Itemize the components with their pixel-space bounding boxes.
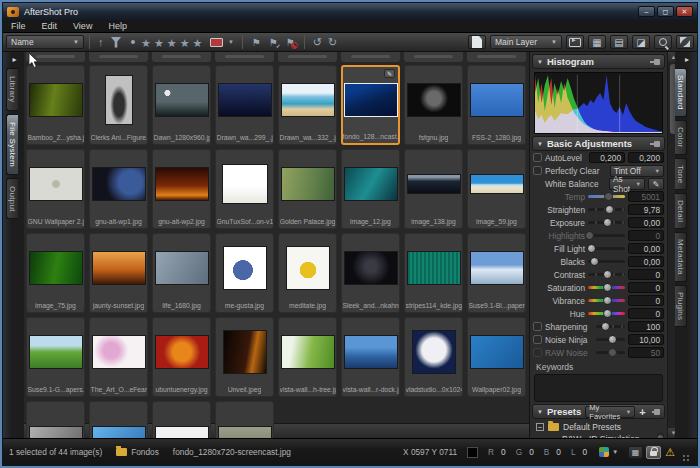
dual-monitor-button[interactable]: ▦ xyxy=(628,446,643,459)
thumbnail-cell-partial[interactable] xyxy=(404,52,463,62)
flag-pick-icon[interactable]: ⚑ xyxy=(252,37,261,48)
slider-handle[interactable] xyxy=(604,192,613,201)
tree-expander-icon[interactable]: – xyxy=(536,423,544,431)
thumbnail-cell[interactable]: ✎fondo_128...ncast.jpg xyxy=(341,65,400,145)
maximize-button[interactable]: ◻ xyxy=(657,6,674,17)
thumbnail-cell[interactable]: Clerks Ani...Figure.jpg xyxy=(89,65,148,145)
thumbnail-cell[interactable]: image_75.jpg xyxy=(26,233,85,313)
slider-handle[interactable] xyxy=(585,231,594,240)
sharpening-slider[interactable] xyxy=(596,325,625,328)
loupe-button[interactable] xyxy=(654,35,672,49)
thumbnail-cell-partial[interactable] xyxy=(26,401,85,438)
color-management-icon[interactable] xyxy=(599,447,609,457)
thumbnail-cell[interactable]: FSS-2_1280.jpg xyxy=(467,65,526,145)
menu-item-view[interactable]: View xyxy=(65,20,100,32)
raw-noise-slider[interactable] xyxy=(596,351,625,354)
thumbnail-cell-partial[interactable] xyxy=(152,52,211,62)
filter-icon[interactable] xyxy=(111,37,122,48)
white-balance-dropdown[interactable]: As Shot ▼ xyxy=(609,178,645,190)
thumbnail-cell-partial[interactable] xyxy=(152,401,211,438)
histogram-header[interactable]: ▼ Histogram xyxy=(532,54,665,69)
straighten-value[interactable]: 9,78 xyxy=(628,204,664,215)
thumbnail-cell[interactable]: Suse9.1-G...apers.jpg xyxy=(26,317,85,397)
contrast-value[interactable]: 0 xyxy=(628,269,664,280)
star-icon[interactable]: ★ xyxy=(180,37,190,49)
hue-value[interactable]: 0 xyxy=(628,308,664,319)
menu-item-file[interactable]: File xyxy=(3,20,34,32)
thumbnail-cell[interactable]: GNU Wallpaper 2.jpg xyxy=(26,149,85,229)
pin-icon[interactable] xyxy=(650,141,660,147)
hue-slider[interactable] xyxy=(588,312,625,315)
lock-button[interactable] xyxy=(646,446,661,459)
thumbnail-cell[interactable]: ubuntuenergy.jpg xyxy=(152,317,211,397)
basic-adjustments-header[interactable]: ▼ Basic Adjustments xyxy=(532,136,665,151)
sidebar-tab-color[interactable]: Color xyxy=(675,120,687,155)
fill-light-value[interactable]: 0,00 xyxy=(628,243,664,254)
perfectly-clear-checkbox[interactable] xyxy=(533,166,542,175)
thumbnail-cell-partial[interactable] xyxy=(89,52,148,62)
slider-handle[interactable] xyxy=(608,348,617,357)
sort-by-dropdown[interactable]: Name ▼ xyxy=(6,35,84,49)
sidebar-tab-metadata[interactable]: Metadata xyxy=(675,232,687,282)
minimize-button[interactable]: – xyxy=(638,6,655,17)
resize-grip[interactable] xyxy=(683,455,691,463)
thumbnail-cell[interactable]: image_138.jpg xyxy=(404,149,463,229)
presets-header[interactable]: ▼ Presets My Favorites ▼ + xyxy=(532,404,665,419)
thumbnail-cell[interactable]: Drawn_wa...299_.jpg xyxy=(215,65,274,145)
noise-ninja-checkbox[interactable] xyxy=(533,335,542,344)
star-icon[interactable]: ★ xyxy=(193,37,203,49)
saturation-slider[interactable] xyxy=(588,286,625,289)
slider-handle[interactable] xyxy=(605,205,614,214)
thumbnail-cell[interactable]: Sleek_and...nkahn.jpg xyxy=(341,233,400,313)
thumbnail-cell[interactable]: image_59.jpg xyxy=(467,149,526,229)
thumbnail-cell[interactable]: GnuTuxSof...on-v1.jpg xyxy=(215,149,274,229)
sharpening-value[interactable]: 100 xyxy=(628,321,664,332)
preview-view-button[interactable]: ◪ xyxy=(632,35,650,49)
sidebar-tab-output[interactable]: Output xyxy=(6,178,18,220)
temp-value[interactable]: 5001 xyxy=(628,191,664,202)
flag-reject-icon[interactable]: ⚑ xyxy=(286,37,295,48)
slider-handle[interactable] xyxy=(608,335,617,344)
keywords-input[interactable] xyxy=(534,374,663,402)
slider-handle[interactable] xyxy=(601,322,610,331)
preset-folder-row[interactable]: –Default Presets xyxy=(536,421,667,433)
highlights-slider[interactable] xyxy=(588,234,625,237)
rating-none-icon[interactable] xyxy=(131,40,135,44)
star-icon[interactable]: ★ xyxy=(141,37,151,49)
grid-view-button[interactable]: ▦ xyxy=(588,35,606,49)
pin-icon[interactable] xyxy=(650,59,660,65)
thumbnail-cell-partial[interactable] xyxy=(278,52,337,62)
rotate-right-icon[interactable]: ↻ xyxy=(328,35,337,49)
thumbnail-cell-partial[interactable] xyxy=(215,52,274,62)
contrast-slider[interactable] xyxy=(588,273,625,276)
copy-settings-button[interactable] xyxy=(468,35,486,49)
vibrance-slider[interactable] xyxy=(588,299,625,302)
fill-light-slider[interactable] xyxy=(588,247,625,250)
thumbnail-cell-partial[interactable] xyxy=(215,401,274,438)
slider-handle[interactable] xyxy=(590,257,599,266)
thumbnail-cell[interactable]: image_12.jpg xyxy=(341,149,400,229)
thumbnail-cell[interactable]: Suse9.1-Bl...papers.jpg xyxy=(467,233,526,313)
thumbnail-cell[interactable]: Drawn_wa...332_.jpg xyxy=(278,65,337,145)
slider-handle[interactable] xyxy=(603,296,612,305)
current-folder[interactable]: Fondos xyxy=(131,447,159,457)
exposure-slider[interactable] xyxy=(588,221,625,224)
eyedropper-button[interactable]: ✎ xyxy=(648,178,664,190)
chevron-down-icon[interactable]: ▼ xyxy=(612,449,618,455)
star-icon[interactable]: ★ xyxy=(167,37,177,49)
thumbnail-cell[interactable]: me-gusta.jpg xyxy=(215,233,274,313)
thumbnail-cell[interactable]: vista-wall...h-tree.jpg xyxy=(278,317,337,397)
thumbnail-cell[interactable]: meditate.jpg xyxy=(278,233,337,313)
thumbnail-cell[interactable]: Bamboo_Z...ysha.jpg xyxy=(26,65,85,145)
thumbnail-cell-partial[interactable] xyxy=(89,401,148,438)
blacks-slider[interactable] xyxy=(588,260,625,263)
collapse-left-panel-icon[interactable]: ▸ xyxy=(3,52,24,65)
sidebar-tab-standard[interactable]: Standard xyxy=(675,68,687,117)
thumbnail-cell[interactable]: jaunty-sunset.jpg xyxy=(89,233,148,313)
filmstrip-view-button[interactable]: ▤ xyxy=(610,35,628,49)
add-preset-button[interactable]: + xyxy=(639,406,645,418)
flag-review-icon[interactable]: ⚑✓ xyxy=(269,37,278,48)
sidebar-tab-plugins[interactable]: Plugins xyxy=(675,285,687,327)
temp-slider[interactable] xyxy=(588,195,625,198)
thumbnail-cell[interactable]: Dawn_1280x960.jpg xyxy=(152,65,211,145)
